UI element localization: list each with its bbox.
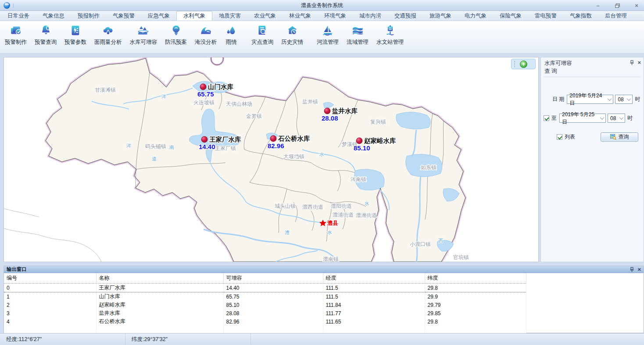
menu-tab-4[interactable]: 应急气象	[141, 11, 176, 21]
output-column-header[interactable]: 名称	[96, 273, 223, 284]
panel-close-icon[interactable]: ×	[637, 60, 641, 65]
tool-label: 面雨量分析	[94, 39, 122, 46]
tool-hydro-station[interactable]: 水文站管理	[372, 23, 408, 47]
output-table[interactable]: 编号名称可增容经度纬度 0王家厂水库14.40111.529.81山门水库65.…	[4, 273, 526, 341]
river-manage-icon	[321, 24, 334, 37]
chevron-down-icon[interactable]	[606, 95, 613, 103]
menu-tab-10[interactable]: 城市内涝	[353, 11, 388, 21]
output-column-header[interactable]: 可增容	[223, 273, 323, 284]
menu-tab-1[interactable]: 气象信息	[36, 11, 71, 21]
reservoir-marker[interactable]	[356, 138, 362, 144]
output-column-header[interactable]: 编号	[4, 273, 96, 284]
output-cell	[425, 326, 526, 333]
menu-tab-8[interactable]: 林业气象	[283, 11, 318, 21]
output-window-header[interactable]: 输出窗口 ×	[4, 266, 644, 273]
pin-icon[interactable]	[630, 60, 634, 65]
reservoir-marker[interactable]	[324, 108, 330, 114]
title-bar: | 澧县业务制作系统 – ×	[0, 0, 644, 11]
hour-from-select[interactable]: 08	[615, 95, 633, 104]
menu-tab-6[interactable]: 地质灾害	[212, 11, 247, 21]
output-cell	[223, 326, 323, 333]
town-label: 澧南镇	[323, 256, 339, 262]
menu-tab-3[interactable]: 气象预警	[106, 11, 141, 21]
tool-label: 淹没分析	[195, 39, 217, 46]
town-label: 涔南镇	[350, 176, 366, 182]
output-empty-row	[4, 326, 526, 333]
menu-tab-9[interactable]: 环境气象	[318, 11, 353, 21]
tool-disaster-search[interactable]: 灾点查询	[247, 23, 277, 47]
output-row-2[interactable]: 2赵家峪水库85.10111.8429.79	[4, 301, 526, 309]
date-to-select[interactable]: 2019年 5月25日	[559, 114, 606, 123]
tool-river-manage[interactable]: 河流管理	[313, 23, 343, 47]
tool-label: 灾点查询	[251, 39, 273, 46]
output-cell: 29.8	[425, 284, 526, 292]
flood-plan-icon	[169, 24, 182, 37]
river-label: 涔	[126, 143, 131, 148]
hour-to-select[interactable]: 08	[608, 114, 625, 123]
disaster-search-icon	[256, 24, 269, 37]
output-column-header[interactable]: 纬度	[425, 273, 526, 284]
chevron-down-icon[interactable]	[598, 114, 605, 122]
to-checkbox[interactable]	[544, 115, 549, 121]
menu-tab-11[interactable]: 交通预报	[388, 11, 423, 21]
date-from-select[interactable]: 2019年 5月24日	[567, 95, 613, 104]
reservoir-value: 65.75	[197, 90, 214, 98]
tool-warning-make[interactable]: 预警制作	[1, 23, 31, 47]
tool-rain-info[interactable]: 雨情	[221, 23, 242, 47]
menu-tab-7[interactable]: 农业气象	[247, 11, 283, 21]
tool-history-disaster[interactable]: 历史灾情	[277, 23, 307, 47]
zoom-in-icon[interactable]: +	[520, 60, 527, 68]
hour-unit-label: 时	[635, 96, 640, 103]
menu-tab-17[interactable]: 后台管理	[598, 11, 633, 21]
menu-tab-16[interactable]: 气象指数	[563, 11, 598, 21]
chevron-down-icon[interactable]	[618, 114, 625, 122]
drag-handle-icon[interactable]	[513, 61, 516, 67]
tool-submerge[interactable]: 淹没分析	[191, 23, 221, 47]
enclave-circle	[211, 57, 223, 65]
output-cell: 29.9	[425, 292, 526, 301]
town-label: 如东镇	[421, 164, 436, 171]
reservoir-value: 85.10	[354, 144, 370, 152]
query-button[interactable]: 查询	[601, 132, 638, 142]
reservoir-marker[interactable]	[270, 135, 276, 142]
output-cell: 65.75	[223, 292, 323, 301]
reservoir-name: 山门水库	[208, 83, 234, 90]
town-label: 甘溪滩镇	[95, 87, 116, 93]
tool-basin-manage[interactable]: 流域管理	[343, 23, 372, 47]
window-title: 澧县业务制作系统	[0, 2, 644, 9]
output-row-0[interactable]: 0王家厂水库14.40111.529.8	[4, 284, 526, 292]
menu-tab-2[interactable]: 预报制作	[71, 11, 106, 21]
river-label: 南	[169, 145, 174, 150]
pin-icon[interactable]	[630, 267, 634, 272]
list-label: 列表	[565, 133, 575, 141]
output-row-4[interactable]: 4石公桥水库82.96111.6529.8	[4, 317, 526, 326]
reservoir-marker[interactable]	[200, 84, 206, 90]
tool-warning-search[interactable]: 预警查询	[31, 23, 61, 47]
reservoir-marker[interactable]	[201, 136, 208, 142]
menu-tab-0[interactable]: 日常业务	[1, 11, 36, 21]
output-column-header[interactable]: 经度	[323, 273, 425, 284]
close-button[interactable]: ×	[632, 2, 641, 9]
output-row-3[interactable]: 3盐井水库28.08111.7729.85	[4, 309, 526, 317]
town-label: 澧澹街道	[356, 212, 377, 218]
map-view[interactable]: 甘溪滩镇火连坡镇天供山林场金罗镇盐井镇复兴镇码头铺镇王家厂镇梦溪镇大堰垱镇如东镇…	[4, 57, 539, 262]
list-checkbox[interactable]	[557, 134, 562, 140]
output-close-icon[interactable]: ×	[637, 267, 641, 272]
chevron-down-icon[interactable]	[625, 95, 632, 103]
menu-tab-15[interactable]: 雷电预警	[528, 11, 563, 21]
menu-tab-14[interactable]: 保险气象	[493, 11, 528, 21]
tool-flood-plan[interactable]: 防汛预案	[161, 23, 191, 47]
tool-reservoir-capacity[interactable]: 水库可增容	[126, 23, 161, 47]
menu-tab-5[interactable]: 水利气象	[176, 11, 212, 21]
tool-area-rain[interactable]: 面雨量分析	[90, 23, 126, 47]
restore-button[interactable]	[612, 2, 622, 9]
tool-warning-params[interactable]: 预警参数	[61, 23, 90, 47]
output-row-1[interactable]: 1山门水库65.75111.529.9	[4, 292, 526, 301]
output-cell: 盐井水库	[96, 309, 223, 317]
output-cell: 111.77	[323, 309, 425, 317]
map-zoom-control[interactable]: +	[511, 59, 536, 69]
minimize-button[interactable]: –	[593, 2, 603, 9]
reservoir-value: 82.96	[268, 142, 284, 149]
menu-tab-12[interactable]: 旅游气象	[423, 11, 458, 21]
menu-tab-13[interactable]: 电力气象	[458, 11, 493, 21]
